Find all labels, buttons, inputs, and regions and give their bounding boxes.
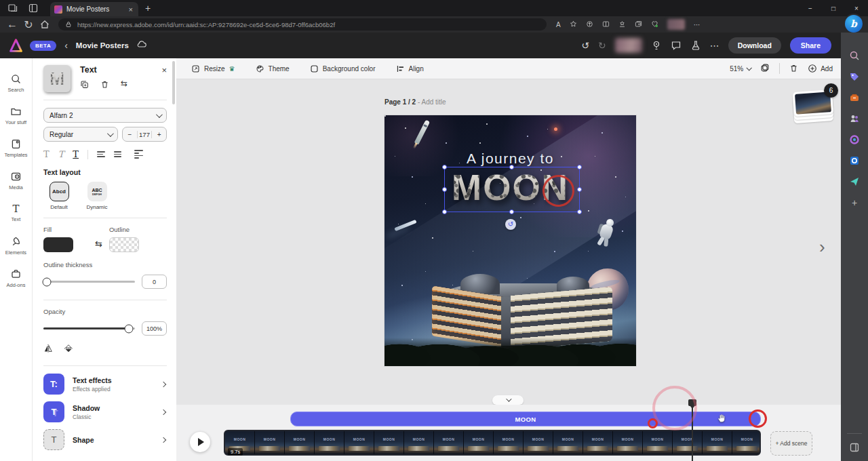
size-increase-button[interactable]: + xyxy=(152,131,166,138)
filmstrip-frame[interactable]: MOON xyxy=(673,431,703,454)
settings-menu-icon[interactable]: ⋯ xyxy=(694,21,701,28)
filmstrip-frame[interactable]: MOON xyxy=(434,431,464,454)
filmstrip-frame[interactable]: MOON xyxy=(553,431,583,454)
text-align-button[interactable] xyxy=(97,151,105,157)
rail-item-templates[interactable]: Templates xyxy=(0,132,32,164)
selection-handle[interactable] xyxy=(442,165,447,169)
games-icon[interactable] xyxy=(848,91,861,104)
size-decrease-button[interactable]: − xyxy=(123,131,137,138)
selection-handle[interactable] xyxy=(577,165,582,169)
collections-icon[interactable] xyxy=(635,20,642,29)
filmstrip-frame[interactable]: MOON xyxy=(583,431,613,454)
address-bar[interactable]: https://new.express.adobe.com/id/urn:aai… xyxy=(58,18,547,31)
split-screen-icon[interactable] xyxy=(602,20,610,29)
resize-button[interactable]: Resize ♛ xyxy=(191,64,235,73)
browser-rewards-icon[interactable] xyxy=(586,20,593,29)
refresh-icon[interactable]: ↻ xyxy=(20,18,37,31)
tab-actions-icon[interactable] xyxy=(26,2,41,14)
panel-scrollbar[interactable] xyxy=(172,61,175,104)
text-effects-row[interactable]: T: Text effects Effects applied xyxy=(43,374,167,395)
rail-item-search[interactable]: Search xyxy=(0,66,32,99)
favorite-star-icon[interactable] xyxy=(570,20,577,29)
theme-button[interactable]: Theme xyxy=(256,64,290,73)
filmstrip-frame[interactable]: MOON xyxy=(374,431,404,454)
rotate-handle[interactable]: ↺ xyxy=(505,219,516,230)
poster-canvas[interactable]: A journey to MOON ↺ xyxy=(384,115,636,366)
more-options-icon[interactable]: ⋯ xyxy=(710,40,719,51)
browser-essentials-icon[interactable] xyxy=(651,20,658,29)
undo-icon[interactable]: ↺ xyxy=(581,40,589,51)
delete-page-icon[interactable] xyxy=(789,64,798,74)
tab-close-icon[interactable]: × xyxy=(127,5,134,14)
drop-icon[interactable] xyxy=(848,175,861,188)
profile-avatar[interactable] xyxy=(667,19,685,30)
workspaces-icon[interactable] xyxy=(5,2,20,14)
opacity-slider[interactable] xyxy=(43,327,135,329)
font-weight-select[interactable]: Regular xyxy=(43,127,118,142)
shopping-icon[interactable] xyxy=(848,70,861,83)
selection-handle[interactable] xyxy=(442,187,447,192)
rail-item-text[interactable]: T Text xyxy=(0,197,32,229)
rail-item-your-stuff[interactable]: Your stuff xyxy=(0,99,32,132)
back-icon[interactable]: ← xyxy=(4,18,20,31)
shape-row[interactable]: T Shape xyxy=(43,429,167,450)
line-spacing-button[interactable] xyxy=(134,150,143,158)
back-chevron-icon[interactable]: ‹ xyxy=(64,40,68,51)
document-title[interactable]: Movie Posters xyxy=(76,41,129,49)
panel-close-icon[interactable]: × xyxy=(161,65,167,75)
filmstrip-frame[interactable]: MOON xyxy=(732,431,761,454)
play-button[interactable] xyxy=(190,432,210,452)
swap-fill-outline-icon[interactable]: ⇆ xyxy=(95,239,102,249)
animate-swap-icon[interactable]: ⇆ xyxy=(121,79,127,92)
adobe-express-logo[interactable] xyxy=(9,39,23,53)
add-icon[interactable]: + xyxy=(848,196,861,209)
download-button[interactable]: Download xyxy=(728,37,781,54)
duplicate-icon[interactable] xyxy=(80,79,89,92)
filmstrip-frame[interactable]: MOON xyxy=(613,431,643,454)
duplicate-page-icon[interactable] xyxy=(760,63,770,74)
italic-button[interactable]: T xyxy=(58,149,64,159)
browser-tab[interactable]: Movie Posters × xyxy=(50,2,138,16)
schedule-icon[interactable] xyxy=(651,40,662,51)
selection-handle[interactable] xyxy=(509,165,514,169)
flip-vertical-icon[interactable] xyxy=(64,344,73,356)
people-icon[interactable] xyxy=(848,112,861,125)
outline-thickness-value[interactable]: 0 xyxy=(142,275,167,289)
rail-item-media[interactable]: Media xyxy=(0,164,32,197)
designer-icon[interactable] xyxy=(848,133,861,146)
filmstrip-frame[interactable]: MOON xyxy=(404,431,434,454)
flip-horizontal-icon[interactable] xyxy=(43,344,53,356)
fill-swatch[interactable] xyxy=(43,237,73,252)
list-button[interactable] xyxy=(114,151,121,157)
outline-thickness-slider[interactable] xyxy=(43,281,135,283)
bold-button[interactable]: T xyxy=(43,149,50,159)
font-family-select[interactable]: Alfarn 2 xyxy=(43,108,167,123)
selection-handle[interactable] xyxy=(442,209,447,214)
rail-item-elements[interactable]: Elements xyxy=(0,229,32,262)
add-scene-button[interactable]: + Add scene xyxy=(770,431,812,456)
home-icon[interactable] xyxy=(37,19,53,30)
delete-icon[interactable] xyxy=(100,79,109,92)
filmstrip-frame[interactable]: MOON xyxy=(494,431,524,454)
favorites-bar-icon[interactable] xyxy=(618,20,626,29)
opacity-value[interactable]: 100% xyxy=(142,321,167,336)
outline-swatch[interactable] xyxy=(109,237,139,252)
filmstrip-track[interactable]: MOONMOONMOONMOONMOONMOONMOONMOONMOONMOON… xyxy=(224,430,761,456)
filmstrip-frame[interactable]: MOON xyxy=(255,431,285,454)
filmstrip-frame[interactable]: MOON xyxy=(524,431,553,454)
background-color-button[interactable]: Background color xyxy=(310,64,376,73)
bing-icon[interactable]: b xyxy=(845,15,863,33)
maximize-button[interactable]: □ xyxy=(822,0,845,16)
next-page-chevron[interactable]: › xyxy=(819,237,825,258)
shadow-row[interactable]: T Shadow Classic xyxy=(43,401,167,422)
new-tab-button[interactable]: + xyxy=(145,3,151,14)
filmstrip-frame[interactable]: MOON xyxy=(643,431,673,454)
office-icon[interactable] xyxy=(848,154,861,167)
redo-icon[interactable]: ↻ xyxy=(598,40,606,51)
underline-button[interactable]: T xyxy=(73,149,79,159)
filmstrip-frame[interactable]: MOON xyxy=(703,431,732,454)
beaker-icon[interactable] xyxy=(690,40,701,51)
rail-item-add-ons[interactable]: Add-ons xyxy=(0,262,32,294)
visual-search-icon[interactable] xyxy=(848,49,861,62)
zoom-control[interactable]: 51% xyxy=(730,65,751,73)
